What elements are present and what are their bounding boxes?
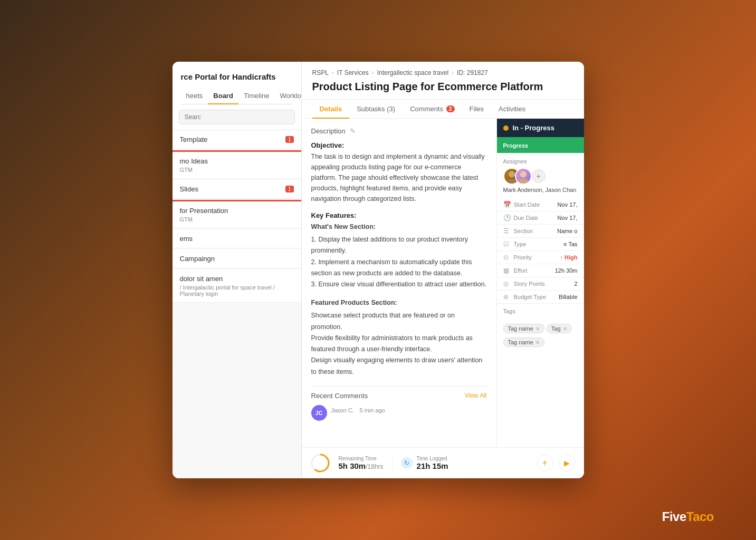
remaining-label: Remaining Time	[339, 456, 384, 461]
breadcrumb-rspl[interactable]: RSPL	[312, 69, 329, 76]
item-slides-title: Slides	[180, 185, 198, 193]
search-input[interactable]	[179, 110, 295, 124]
left-header: rce Portal for Handicrafts heets Board T…	[173, 62, 301, 104]
tab-details[interactable]: Details	[312, 100, 350, 118]
type-row: ☑ Type ≡ Tas	[497, 238, 584, 251]
due-date-row: 🕐 Due Date Nov 17,	[497, 211, 584, 225]
due-date-key: Due Date	[514, 215, 554, 221]
assignee-label: Assignee	[503, 158, 578, 165]
time-logged-block: ↻ Time Logged 21h 15m	[401, 456, 448, 470]
description-header: Description ✎	[311, 127, 487, 135]
start-date-value: Nov 17,	[558, 201, 578, 208]
tag-1-name: Tag name	[508, 325, 533, 332]
objective-section: Objective: The task is to design and imp…	[311, 141, 487, 204]
comments-badge: 2	[446, 105, 455, 112]
tab-activities[interactable]: Activities	[491, 100, 533, 118]
priority-icon: ⊙	[503, 254, 511, 261]
assignee-avatar-jason	[515, 168, 532, 185]
search-bar	[173, 104, 301, 130]
effort-icon: ▦	[503, 267, 511, 274]
add-time-button[interactable]: +	[537, 455, 553, 471]
time-footer: Remaining Time 5h 30m/18hrs ↻ Time Logge…	[302, 447, 584, 478]
tag-3-name: Tag name	[508, 339, 533, 345]
status-label: In - Progress	[513, 124, 554, 132]
time-logged-icon: ↻	[401, 457, 413, 469]
view-all-link[interactable]: View All	[465, 392, 487, 399]
priority-key: Priority	[514, 254, 557, 261]
priority-row: ⊙ Priority ↑ High	[497, 251, 584, 264]
remaining-time-block: Remaining Time 5h 30m/18hrs	[339, 456, 384, 470]
brand-name-part2: Taco	[686, 509, 714, 524]
start-date-row: 📅 Start Date Nov 17,	[497, 198, 584, 211]
main-content: Description ✎ Objective: The task is to …	[302, 119, 584, 447]
section-icon: ☰	[503, 227, 511, 235]
meta-fields: 📅 Start Date Nov 17, 🕐 Due Date Nov 17, …	[497, 198, 584, 304]
list-item: dolor sit amen / Intergalactic portal fo…	[173, 269, 301, 303]
item-template-badge: 1	[285, 136, 294, 143]
tabs-bar: Details Subtasks (3) Comments 2 Files Ac…	[302, 100, 584, 119]
project-title: rce Portal for Handicrafts	[181, 72, 293, 81]
priority-value: ↑ High	[560, 254, 578, 261]
effort-value: 12h 30m	[555, 267, 578, 274]
item-slides-badge: 1	[285, 186, 294, 192]
edit-icon[interactable]: ✎	[350, 127, 356, 135]
recent-comments-header: Recent Comments View All	[311, 392, 487, 400]
add-assignee-button[interactable]: +	[532, 169, 546, 183]
breadcrumb-space[interactable]: Intergallectic space travel	[377, 69, 448, 76]
breadcrumb-services[interactable]: IT Services	[337, 69, 369, 76]
effort-row: ▦ Effort 12h 30m	[497, 264, 584, 277]
tab-sheets[interactable]: heets	[181, 88, 208, 104]
tags-label-container: Tags	[497, 304, 584, 320]
tab-timeline[interactable]: Timeline	[238, 88, 275, 104]
tab-subtasks[interactable]: Subtasks (3)	[349, 100, 403, 118]
time-circle-container	[310, 453, 330, 473]
budget-row: ⊛ Budget Type Billable	[497, 291, 584, 304]
tag-2-remove[interactable]: ✕	[563, 326, 567, 332]
effort-key: Effort	[514, 267, 552, 274]
main-window: rce Portal for Handicrafts heets Board T…	[173, 62, 584, 478]
description-label: Description	[311, 127, 346, 135]
priority-arrow-icon: ↑	[560, 254, 563, 261]
whats-new-item-3: 3. Ensure clear visual differentiation t…	[311, 279, 487, 290]
play-timer-button[interactable]: ▶	[559, 455, 576, 471]
item-dolor-title: dolor sit amen	[180, 275, 223, 283]
breadcrumb: RSPL › IT Services › Intergallectic spac…	[302, 62, 584, 76]
item-presentation-title: for Presentation	[180, 207, 228, 215]
tags-container: Tag name ✕ Tag ✕	[497, 320, 584, 338]
brand-footer: FiveTaco	[662, 509, 714, 524]
svg-point-3	[518, 178, 528, 185]
page-title: Product Listing Page for Ecommerce Platf…	[302, 76, 584, 100]
list-item: mo Ideas GTM	[173, 152, 301, 179]
breadcrumb-id: ID: 291827	[457, 69, 488, 76]
comment-row: JC Jason C. 5 min ago	[311, 405, 487, 421]
list-item: Campaingn	[173, 249, 301, 268]
tag-1: Tag name ✕	[503, 324, 544, 333]
tag-2-name: Tag	[551, 325, 561, 332]
left-content: Template 1 mo Ideas GTM Slides 1	[173, 130, 301, 478]
item-dolor-sub: / Intergalactic portal for space travel …	[180, 284, 294, 297]
due-date-value: Nov 17,	[558, 215, 578, 221]
item-moideas-title: mo Ideas	[180, 157, 208, 165]
whats-new-subheading: What's New Section:	[311, 221, 487, 232]
tab-files[interactable]: Files	[462, 100, 491, 118]
tag-3-remove[interactable]: ✕	[535, 340, 540, 345]
left-panel: rce Portal for Handicrafts heets Board T…	[173, 62, 302, 478]
tags-row-2: Tag name ✕	[497, 338, 584, 351]
footer-actions: + ▶	[537, 455, 576, 471]
brand-name-part1: Five	[662, 509, 686, 524]
tab-board[interactable]: Board	[208, 88, 238, 104]
featured-item-1: Showcase select products that are featur…	[311, 310, 487, 333]
logged-label: Time Logged	[417, 456, 448, 461]
section-value: Name o	[557, 228, 578, 234]
assignee-section: Assignee	[497, 153, 584, 198]
featured-subheading: Featured Products Section:	[311, 297, 487, 308]
recent-comments: Recent Comments View All JC Jason C. 5 m…	[311, 386, 487, 421]
tag-2: Tag ✕	[547, 324, 572, 333]
list-item: Slides 1	[173, 180, 301, 199]
comment-meta: Jason C. 5 min ago	[331, 405, 385, 414]
tab-comments[interactable]: Comments 2	[403, 100, 462, 118]
tag-1-remove[interactable]: ✕	[535, 326, 540, 332]
tab-workload[interactable]: Workload	[275, 88, 302, 104]
recent-comments-title: Recent Comments	[311, 392, 368, 400]
type-icon: ☑	[503, 240, 511, 248]
